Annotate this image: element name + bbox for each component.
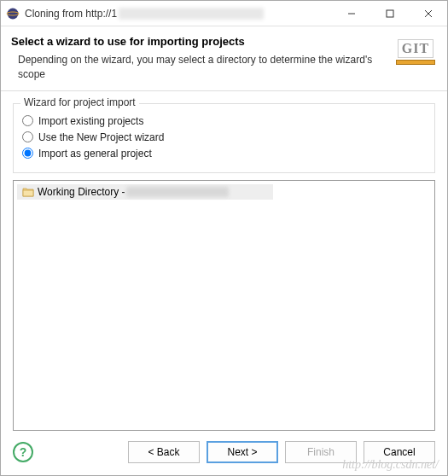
folder-icon — [22, 187, 34, 197]
titlebar: Cloning from http://1 — [1, 1, 447, 26]
directory-tree[interactable]: Working Directory - — [13, 180, 435, 431]
tree-root-item[interactable]: Working Directory - — [17, 184, 273, 200]
tree-item-label: Working Directory - — [38, 186, 125, 198]
wizard-content: Wizard for project import Import existin… — [1, 91, 447, 434]
radio-label: Import existing projects — [38, 115, 143, 127]
page-description: Depending on the wizard, you may select … — [11, 53, 394, 82]
radio-input-import-general[interactable] — [22, 148, 33, 159]
cancel-button[interactable]: Cancel — [364, 441, 435, 463]
svg-rect-3 — [387, 10, 393, 17]
window-title: Cloning from http://1 — [25, 8, 117, 20]
svg-point-0 — [8, 8, 19, 19]
finish-button[interactable]: Finish — [285, 441, 357, 463]
wizard-footer: ? < Back Next > Finish Cancel — [1, 434, 447, 475]
redacted-path — [126, 187, 229, 197]
radio-import-general[interactable]: Import as general project — [22, 148, 426, 160]
back-button[interactable]: < Back — [128, 441, 200, 463]
radio-new-project-wizard[interactable]: Use the New Project wizard — [22, 131, 426, 143]
redacted-url — [119, 8, 264, 20]
radio-input-import-existing[interactable] — [22, 115, 33, 126]
minimize-button[interactable] — [332, 1, 370, 26]
wizard-options-group: Wizard for project import Import existin… — [13, 103, 435, 173]
help-button[interactable]: ? — [13, 442, 33, 462]
page-title: Select a wizard to use for importing pro… — [11, 35, 394, 48]
radio-label: Import as general project — [38, 148, 152, 160]
git-logo-icon: GIT — [394, 35, 437, 69]
eclipse-icon — [6, 7, 20, 20]
wizard-header: Select a wizard to use for importing pro… — [1, 26, 447, 91]
maximize-button[interactable] — [370, 1, 409, 26]
radio-import-existing[interactable]: Import existing projects — [22, 115, 426, 127]
next-button[interactable]: Next > — [207, 441, 278, 463]
help-icon: ? — [20, 445, 27, 459]
dialog-window: Cloning from http://1 Select a wizard to… — [0, 0, 448, 476]
svg-rect-6 — [23, 190, 33, 196]
close-button[interactable] — [409, 1, 447, 26]
radio-label: Use the New Project wizard — [38, 131, 164, 143]
radio-input-new-project[interactable] — [22, 131, 33, 142]
group-title: Wizard for project import — [20, 96, 139, 108]
